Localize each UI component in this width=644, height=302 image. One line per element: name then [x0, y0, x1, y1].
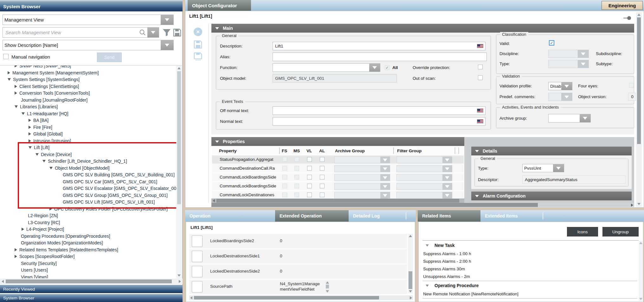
override-protection-checkbox[interactable]	[478, 65, 483, 69]
description-field[interactable]: Lift1	[273, 42, 486, 50]
value-mini-scrollbar[interactable]	[325, 281, 329, 293]
tab-extended-items[interactable]: Extended Items	[480, 210, 543, 222]
section-header-details[interactable]: Details	[471, 147, 632, 155]
operation-horizontal-scrollbar[interactable]	[189, 295, 413, 300]
pin-icon[interactable]	[627, 16, 631, 20]
tree-item[interactable]: Operating Procedures [OperatingProcedure…	[21, 233, 110, 240]
tree-vertical-scrollbar[interactable]	[176, 66, 182, 278]
tree-item[interactable]: Related Items Templates [RelatedItemsTem…	[15, 246, 118, 253]
fs-checkbox[interactable]	[282, 184, 287, 188]
chevron-down-icon[interactable]	[561, 82, 572, 90]
pin-icon[interactable]	[623, 18, 627, 18]
chevron-down-icon[interactable]	[442, 192, 452, 198]
tree-item[interactable]: Management System [ManagementSystem]	[8, 69, 99, 76]
chevron-down-icon[interactable]	[380, 183, 390, 190]
tree-item[interactable]: Client Settings [ClientSettings]	[15, 83, 79, 90]
ms-checkbox[interactable]	[294, 175, 299, 179]
discard-changes-icon[interactable]: ✕	[194, 28, 202, 36]
related-group-header[interactable]: New Task	[422, 242, 637, 250]
tree-item[interactable]: L3-Country [RC]	[28, 219, 60, 226]
property-row[interactable]: StatusPropagation.Aggregat	[212, 155, 464, 164]
operation-command-button[interactable]	[192, 236, 203, 247]
language-flag-icon[interactable]	[477, 109, 483, 113]
search-icon[interactable]	[139, 29, 146, 36]
tab-detailed-log[interactable]: Detailed Log	[349, 210, 406, 222]
al-checkbox[interactable]	[320, 192, 325, 197]
filter-group-cell-dropdown[interactable]	[396, 183, 452, 190]
validation-profile-dropdown[interactable]: Disabled	[548, 82, 572, 90]
expand-arrow-icon[interactable]	[29, 126, 31, 129]
collapse-arrow-icon[interactable]	[426, 285, 429, 287]
tree-item[interactable]: System Settings [SystemSettings]	[8, 76, 80, 83]
details-type-dropdown[interactable]: PvssUint	[522, 164, 564, 172]
collapse-icon[interactable]	[475, 195, 479, 197]
save-as-icon[interactable]	[194, 52, 202, 61]
tree-item[interactable]: BA [BA]	[29, 117, 48, 124]
chevron-down-icon[interactable]	[442, 157, 452, 163]
col-vl[interactable]: VL	[306, 148, 312, 153]
chevron-down-icon[interactable]	[369, 64, 380, 72]
ms-checkbox[interactable]	[294, 184, 299, 188]
send-button[interactable]: Send	[97, 53, 122, 62]
out-of-scan-checkbox[interactable]	[478, 75, 483, 80]
expand-arrow-icon[interactable]	[15, 85, 17, 88]
operation-command-button[interactable]	[192, 251, 203, 262]
collapse-icon[interactable]	[215, 141, 219, 143]
related-item[interactable]: Suppress Alarms - 2:00 h	[422, 257, 637, 265]
search-input[interactable]	[3, 28, 139, 37]
configurator-horizontal-scrollbar[interactable]	[211, 203, 634, 207]
expand-arrow-icon[interactable]	[29, 132, 31, 135]
vl-checkbox[interactable]	[307, 184, 312, 188]
chevron-down-icon[interactable]	[380, 157, 390, 163]
vl-checkbox[interactable]	[307, 175, 312, 179]
accordion-system-browser[interactable]: System Browser	[0, 294, 183, 302]
chevron-down-icon[interactable]	[442, 166, 452, 172]
scrollbar-thumb[interactable]	[194, 296, 379, 299]
expand-arrow-icon[interactable]	[15, 66, 17, 67]
fs-checkbox[interactable]	[282, 157, 287, 162]
tree-item[interactable]: Fire [Fire]	[29, 124, 52, 131]
expand-arrow-icon[interactable]	[8, 71, 10, 74]
scrollbar-thumb[interactable]	[6, 280, 172, 283]
scrollbar-thumb[interactable]	[216, 199, 459, 203]
tab-extended-operation[interactable]: Extended Operation	[275, 210, 349, 222]
archive-group-cell-dropdown[interactable]	[334, 183, 390, 190]
vl-checkbox[interactable]	[307, 166, 312, 171]
filter-group-cell-dropdown[interactable]	[396, 156, 452, 163]
tree-horizontal-scrollbar[interactable]	[0, 279, 183, 284]
configurator-vertical-scrollbar[interactable]	[636, 12, 642, 207]
col-property[interactable]: Property	[219, 148, 237, 153]
related-vertical-scrollbar[interactable]	[639, 241, 643, 301]
valid-checkbox[interactable]	[549, 40, 554, 46]
expand-arrow-icon[interactable]	[15, 91, 17, 95]
normal-text-field[interactable]	[273, 117, 486, 126]
alias-field[interactable]	[273, 53, 487, 61]
col-filter-group[interactable]: Filter Group	[397, 148, 422, 153]
function-all-checkbox[interactable]	[385, 65, 390, 70]
filter-group-cell-dropdown[interactable]	[396, 192, 452, 199]
scrollbar-thumb[interactable]	[177, 71, 181, 204]
property-row[interactable]: CommandLockBoardingsSide	[212, 173, 464, 182]
tree-item[interactable]: Journaling [JournalingRootFolder]	[21, 97, 87, 104]
chevron-down-icon[interactable]	[161, 15, 173, 25]
tree-item[interactable]: L2-Region [ZN]	[28, 212, 58, 219]
ms-checkbox[interactable]	[294, 192, 299, 197]
fs-checkbox[interactable]	[282, 175, 287, 179]
col-ms[interactable]: MS	[293, 148, 300, 153]
archive-group-dropdown[interactable]	[548, 114, 591, 123]
tree-item[interactable]: Libraries [Libraries]	[15, 103, 58, 110]
collapse-icon[interactable]	[475, 150, 479, 152]
chevron-down-icon[interactable]	[442, 174, 452, 181]
icons-button[interactable]: Icons	[567, 227, 598, 236]
fs-checkbox[interactable]	[282, 192, 287, 197]
tab-object-configurator[interactable]: Object Configurator	[188, 0, 251, 11]
ms-checkbox[interactable]	[294, 157, 299, 162]
chevron-down-icon[interactable]	[380, 174, 390, 181]
language-flag-icon[interactable]	[477, 44, 483, 48]
collapse-icon[interactable]	[215, 27, 219, 29]
tree-item[interactable]: Conversion Tools [ConversionTools]	[15, 90, 90, 97]
view-selector[interactable]: Management View	[3, 15, 174, 25]
engineering-mode-button[interactable]: Engineering	[602, 1, 643, 10]
col-al[interactable]: AL	[319, 148, 325, 153]
filter-group-cell-dropdown[interactable]	[396, 165, 452, 172]
